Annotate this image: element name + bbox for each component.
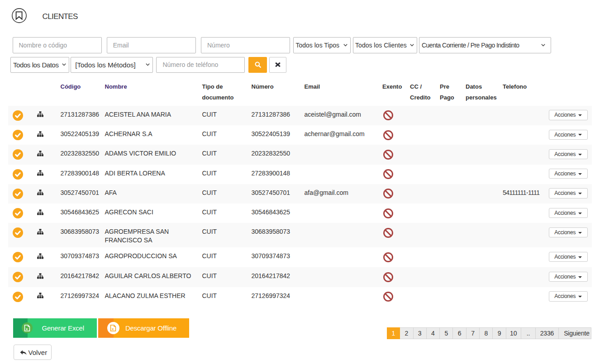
- svg-text:x: x: [26, 326, 28, 331]
- svg-text:x: x: [112, 326, 114, 331]
